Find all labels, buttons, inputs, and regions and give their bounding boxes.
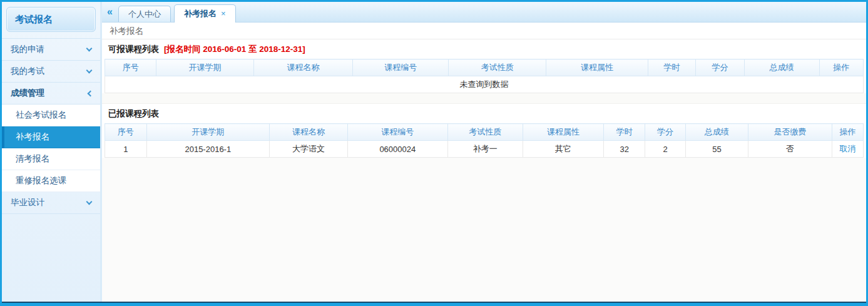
col-paid: 是否缴费: [748, 124, 832, 141]
registered-courses-table: 序号 开课学期 课程名称 课程编号 考试性质 课程属性 学时 学分 总成绩 是否…: [105, 123, 864, 158]
sidebar-item-label: 毕业设计: [11, 197, 44, 208]
sidebar-item-grade-management[interactable]: 成绩管理: [2, 83, 100, 105]
col-course-name: 课程名称: [270, 124, 348, 141]
cell-term: 2015-2016-1: [146, 141, 269, 158]
sidebar-item-label: 清考报名: [16, 153, 49, 165]
content-panel: 可报课程列表[报名时间 2016-06-01 至 2018-12-31] 序号 …: [102, 39, 866, 158]
chevron-down-icon: [86, 46, 93, 52]
cell-course-name: 大学语文: [270, 141, 348, 158]
cell-exam-type: 补考一: [447, 141, 523, 158]
cell-course-attr: 其它: [523, 141, 604, 158]
col-seq: 序号: [105, 124, 147, 141]
tab-label: 个人中心: [128, 9, 161, 19]
col-hours: 学时: [604, 124, 645, 141]
sidebar: 考试报名 我的申请 我的考试 成绩管理 社会考试报名 补考报名 清考报名: [2, 2, 102, 302]
sidebar-title: 考试报名: [6, 7, 96, 32]
col-course-attr: 课程属性: [523, 124, 604, 141]
col-course-name: 课程名称: [253, 59, 353, 76]
col-exam-type: 考试性质: [447, 124, 523, 141]
main-area: « 个人中心 补考报名× 补考报名 可报课程列表[报名时间 2016-06-01…: [102, 2, 866, 302]
tab-personal-center[interactable]: 个人中心: [118, 6, 171, 22]
table-header-row: 序号 开课学期 课程名称 课程编号 考试性质 课程属性 学时 学分 总成绩 操作: [105, 59, 864, 76]
col-course-attr: 课程属性: [546, 59, 648, 76]
col-exam-type: 考试性质: [449, 59, 546, 76]
col-term: 开课学期: [146, 124, 269, 141]
sidebar-item-label: 成绩管理: [11, 88, 44, 99]
sidebar-item-makeup-exam-registration[interactable]: 补考报名: [2, 126, 100, 148]
available-courses-section-title: 可报课程列表[报名时间 2016-06-01 至 2018-12-31]: [102, 39, 866, 59]
col-course-code: 课程编号: [347, 124, 447, 141]
col-action: 操作: [832, 124, 864, 141]
bottom-accent-bar: [2, 303, 866, 306]
main-empty-area: [102, 158, 866, 302]
col-term: 开课学期: [156, 59, 253, 76]
sidebar-item-graduation-design[interactable]: 毕业设计: [2, 192, 100, 214]
sidebar-item-label: 社会考试报名: [16, 110, 66, 121]
no-data-message: 未查询到数据: [105, 76, 864, 93]
chevron-down-icon: [86, 68, 93, 74]
cancel-link[interactable]: 取消: [840, 144, 856, 153]
table-row: 1 2015-2016-1 大学语文 06000024 补考一 其它 32 2 …: [105, 141, 864, 158]
cell-credit: 2: [645, 141, 685, 158]
sidebar-item-my-exams[interactable]: 我的考试: [2, 61, 100, 83]
sidebar-empty-area: [2, 214, 100, 302]
registered-courses-section-title: 已报课程列表: [102, 104, 866, 123]
col-score: 总成绩: [744, 59, 819, 76]
sidebar-item-label: 重修报名选课: [16, 175, 66, 186]
cell-action: 取消: [832, 141, 864, 158]
sidebar-item-clearance-exam-registration[interactable]: 清考报名: [2, 148, 100, 170]
close-icon[interactable]: ×: [221, 9, 226, 18]
cell-score: 55: [686, 141, 748, 158]
sidebar-item-label: 我的考试: [11, 66, 44, 77]
section-gap: [102, 93, 866, 104]
available-courses-table: 序号 开课学期 课程名称 课程编号 考试性质 课程属性 学时 学分 总成绩 操作: [105, 59, 864, 93]
sidebar-item-retake-course-selection[interactable]: 重修报名选课: [2, 170, 100, 192]
tab-label: 补考报名: [184, 9, 217, 18]
sidebar-item-label: 补考报名: [16, 131, 49, 143]
collapse-sidebar-icon[interactable]: «: [107, 7, 113, 17]
chevron-down-icon: [86, 199, 93, 205]
col-seq: 序号: [105, 59, 156, 76]
registration-period-note: [报名时间 2016-06-01 至 2018-12-31]: [164, 44, 305, 54]
tab-bar: « 个人中心 补考报名×: [102, 2, 866, 23]
section-title-text: 可报课程列表: [108, 44, 159, 54]
chevron-left-icon: [88, 90, 94, 96]
cell-hours: 32: [604, 141, 645, 158]
empty-row: 未查询到数据: [105, 76, 864, 93]
tab-makeup-exam-registration[interactable]: 补考报名×: [174, 4, 236, 23]
sidebar-item-my-applications[interactable]: 我的申请: [2, 39, 100, 61]
col-credit: 学分: [645, 124, 685, 141]
app-window: 考试报名 我的申请 我的考试 成绩管理 社会考试报名 补考报名 清考报名: [0, 0, 868, 306]
col-course-code: 课程编号: [353, 59, 449, 76]
col-credit: 学分: [696, 59, 745, 76]
cell-course-code: 06000024: [347, 141, 447, 158]
col-score: 总成绩: [686, 124, 748, 141]
col-action: 操作: [819, 59, 863, 76]
section-title-text: 已报课程列表: [108, 109, 159, 118]
cell-paid: 否: [748, 141, 832, 158]
cell-seq: 1: [105, 141, 147, 158]
col-hours: 学时: [648, 59, 695, 76]
table-header-row: 序号 开课学期 课程名称 课程编号 考试性质 课程属性 学时 学分 总成绩 是否…: [105, 124, 864, 141]
sidebar-item-social-exam-registration[interactable]: 社会考试报名: [2, 105, 100, 126]
sidebar-item-label: 我的申请: [11, 44, 44, 55]
page-title: 补考报名: [102, 23, 866, 39]
